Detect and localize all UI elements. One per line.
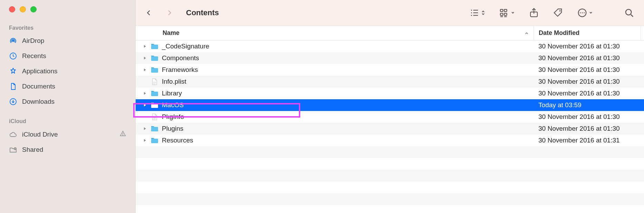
nav-arrows	[143, 7, 175, 18]
finder-window: Favorites AirDrop Recents	[0, 0, 644, 213]
file-row	[136, 182, 644, 193]
file-row	[136, 146, 644, 158]
svg-rect-32	[151, 92, 158, 96]
file-row[interactable]: Library30 November 2016 at 01:30	[136, 87, 644, 99]
sidebar-item-icloud-drive[interactable]: iCloud Drive	[0, 127, 135, 142]
toolbar: Contents	[136, 0, 644, 26]
folder-icon	[150, 66, 159, 74]
sidebar-item-label: Downloads	[22, 98, 55, 105]
svg-rect-12	[500, 9, 503, 11]
svg-point-3	[123, 135, 123, 135]
folder-icon	[150, 43, 159, 50]
file-name: Library	[162, 90, 534, 97]
file-name: Resources	[162, 137, 534, 144]
disclosure-chevron-icon[interactable]	[141, 126, 149, 131]
sidebar-section-favorites: Favorites	[0, 22, 135, 33]
airdrop-icon	[9, 37, 17, 45]
svg-rect-37	[151, 127, 158, 131]
folder-icon	[150, 90, 159, 97]
file-date: 30 November 2016 at 01:30	[534, 125, 644, 132]
svg-point-23	[584, 12, 585, 13]
svg-point-5	[15, 148, 16, 149]
sidebar-item-recents[interactable]: Recents	[0, 48, 135, 64]
sidebar-item-label: AirDrop	[22, 37, 44, 45]
file-row[interactable]: Components30 November 2016 at 01:30	[136, 52, 644, 64]
file-row[interactable]: Info.plist30 November 2016 at 01:30	[136, 76, 644, 87]
disclosure-chevron-icon[interactable]	[141, 56, 149, 61]
icloud-icon	[9, 130, 17, 139]
disclosure-chevron-icon[interactable]	[141, 103, 149, 108]
svg-point-22	[582, 12, 583, 13]
file-row[interactable]: MacOSToday at 03:59	[136, 99, 644, 111]
file-icon	[150, 113, 159, 121]
sidebar-item-label: iCloud Drive	[22, 131, 58, 138]
maximize-window-button[interactable]	[30, 6, 37, 12]
file-row[interactable]: PkgInfo30 November 2016 at 01:30	[136, 111, 644, 123]
tag-button[interactable]	[553, 8, 563, 18]
minimize-window-button[interactable]	[20, 6, 26, 12]
sidebar-section-icloud: iCloud	[0, 115, 135, 127]
svg-point-10	[471, 15, 472, 16]
file-name: Plugins	[162, 125, 534, 132]
file-date: 30 November 2016 at 01:30	[534, 90, 644, 97]
sort-indicator[interactable]	[520, 31, 534, 36]
svg-point-0	[12, 40, 14, 42]
sidebar-item-airdrop[interactable]: AirDrop	[0, 33, 135, 48]
file-row[interactable]: Resources30 November 2016 at 01:31	[136, 135, 644, 146]
shared-folder-icon	[9, 146, 17, 154]
svg-rect-33	[151, 103, 158, 108]
document-icon	[9, 82, 17, 91]
sidebar-item-label: Documents	[22, 83, 55, 90]
file-date: 30 November 2016 at 01:31	[534, 137, 644, 144]
svg-point-19	[559, 10, 561, 12]
sidebar-item-downloads[interactable]: Downloads	[0, 94, 135, 109]
svg-point-6	[471, 10, 472, 11]
sidebar-item-documents[interactable]: Documents	[0, 79, 135, 94]
sidebar-item-shared[interactable]: Shared	[0, 142, 135, 157]
file-date: 30 November 2016 at 01:30	[534, 43, 644, 50]
toolbar-icons	[469, 8, 634, 18]
folder-icon	[150, 137, 159, 144]
share-button[interactable]	[529, 8, 539, 18]
folder-icon	[150, 125, 159, 132]
disclosure-chevron-icon[interactable]	[141, 67, 149, 73]
window-controls	[0, 6, 135, 22]
svg-point-24	[626, 9, 631, 15]
disclosure-chevron-icon[interactable]	[141, 91, 149, 96]
column-name[interactable]: Name	[136, 29, 520, 37]
disclosure-chevron-icon[interactable]	[141, 138, 149, 143]
warning-icon	[119, 130, 126, 139]
downloads-icon	[9, 98, 17, 106]
column-name-label: Name	[163, 29, 179, 37]
file-date: 30 November 2016 at 01:30	[534, 54, 644, 62]
window-title: Contents	[186, 8, 219, 17]
column-date[interactable]: Date Modified	[534, 26, 641, 40]
sidebar-item-label: Applications	[22, 67, 57, 75]
forward-button[interactable]	[164, 7, 175, 18]
view-list-button[interactable]	[469, 8, 485, 18]
close-window-button[interactable]	[9, 6, 15, 12]
sidebar: Favorites AirDrop Recents	[0, 0, 136, 213]
file-row[interactable]: Plugins30 November 2016 at 01:30	[136, 123, 644, 135]
file-icon	[150, 78, 159, 85]
actions-button[interactable]	[577, 8, 593, 18]
file-row	[136, 158, 644, 170]
search-button[interactable]	[624, 8, 634, 18]
file-row[interactable]: Frameworks30 November 2016 at 01:30	[136, 64, 644, 76]
group-button[interactable]	[499, 8, 515, 18]
main-panel: Contents	[136, 0, 644, 213]
column-edge	[641, 26, 644, 40]
file-list: _CodeSignature30 November 2016 at 01:30C…	[136, 40, 644, 213]
svg-point-21	[580, 12, 581, 13]
file-name: Frameworks	[162, 66, 534, 74]
file-date: 30 November 2016 at 01:30	[534, 66, 644, 74]
back-button[interactable]	[143, 7, 154, 18]
file-row	[136, 193, 644, 205]
disclosure-chevron-icon[interactable]	[141, 44, 149, 49]
file-date: Today at 03:59	[534, 101, 644, 109]
svg-rect-28	[151, 68, 158, 73]
file-row[interactable]: _CodeSignature30 November 2016 at 01:30	[136, 40, 644, 52]
file-date: 30 November 2016 at 01:30	[534, 78, 644, 85]
svg-line-25	[631, 15, 633, 17]
sidebar-item-applications[interactable]: Applications	[0, 64, 135, 79]
